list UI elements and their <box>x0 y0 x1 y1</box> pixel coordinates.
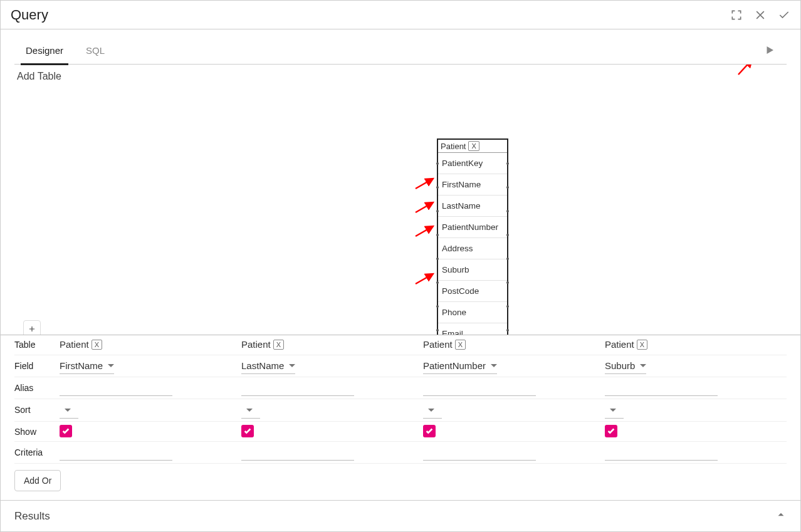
port-icon[interactable] <box>506 210 509 212</box>
criteria-input[interactable] <box>605 444 718 461</box>
query-dialog: Query Designer SQL Add Table <box>0 0 801 532</box>
field-dropdown[interactable]: PatientNumber <box>423 358 497 374</box>
port-icon[interactable] <box>506 162 509 165</box>
chevron-down-icon <box>491 360 497 371</box>
grid-row-field: Field FirstName LastName PatientNumber S… <box>14 355 787 377</box>
add-table-button[interactable]: Add Table <box>17 71 61 82</box>
chevron-down-icon <box>289 360 295 371</box>
add-or-button[interactable]: Add Or <box>14 470 61 491</box>
table-column[interactable]: Suburb <box>438 259 507 281</box>
zoom-in-icon[interactable] <box>24 321 40 335</box>
chevron-down-icon <box>108 360 114 371</box>
table-column[interactable]: PatientNumber <box>438 217 507 238</box>
table-column[interactable]: Phone <box>438 302 507 323</box>
table-pill: PatientX <box>60 339 102 350</box>
port-icon[interactable] <box>506 258 509 260</box>
field-dropdown[interactable]: Suburb <box>605 358 646 374</box>
designer-canvas[interactable]: Add Table Patient X PatientK <box>1 65 800 335</box>
criteria-input[interactable] <box>241 444 354 461</box>
show-checkbox[interactable] <box>241 425 254 437</box>
fullscreen-icon[interactable] <box>730 9 743 21</box>
port-icon[interactable] <box>506 281 509 284</box>
add-or-row: Add Or <box>14 470 787 491</box>
remove-column-button[interactable]: X <box>637 340 647 350</box>
grid-row-table: Table PatientX PatientX PatientX Patient… <box>14 335 787 355</box>
close-icon[interactable] <box>754 9 767 21</box>
svg-line-0 <box>738 65 752 75</box>
annotation-arrow-firstname <box>414 176 436 191</box>
grid-row-criteria: Criteria <box>14 442 787 464</box>
port-icon[interactable] <box>436 210 439 212</box>
port-icon[interactable] <box>506 186 509 189</box>
table-pill: PatientX <box>605 339 647 350</box>
chevron-up-icon[interactable] <box>775 509 787 523</box>
svg-line-4 <box>416 274 433 284</box>
port-icon[interactable] <box>436 305 439 308</box>
chevron-down-icon <box>610 405 616 415</box>
grid-label: Sort <box>14 401 60 419</box>
annotation-arrow-lastname <box>414 200 436 215</box>
port-icon[interactable] <box>506 305 509 308</box>
chevron-down-icon <box>65 405 71 415</box>
svg-line-2 <box>416 202 433 212</box>
port-icon[interactable] <box>436 258 439 260</box>
port-icon[interactable] <box>436 186 439 189</box>
field-dropdown[interactable]: LastName <box>241 358 295 374</box>
run-button[interactable] <box>764 44 775 58</box>
sort-dropdown[interactable] <box>241 402 260 419</box>
annotation-arrow-suburb <box>414 271 436 286</box>
criteria-input[interactable] <box>60 444 172 461</box>
field-dropdown[interactable]: FirstName <box>60 358 114 374</box>
sort-dropdown[interactable] <box>60 402 78 419</box>
grid-label: Criteria <box>14 444 60 461</box>
results-label: Results <box>14 510 50 523</box>
titlebar: Query <box>1 1 800 29</box>
port-icon[interactable] <box>436 281 439 284</box>
dialog-title: Query <box>11 7 730 23</box>
table-node-name: Patient <box>441 142 466 151</box>
table-column[interactable]: LastName <box>438 196 507 217</box>
show-checkbox[interactable] <box>605 425 617 437</box>
table-node-header: Patient X <box>438 140 507 153</box>
table-column[interactable]: Address <box>438 238 507 259</box>
alias-input[interactable] <box>241 380 354 396</box>
remove-column-button[interactable]: X <box>92 340 102 350</box>
grid-row-show: Show <box>14 422 787 442</box>
grid-label: Alias <box>14 379 60 397</box>
port-icon[interactable] <box>506 234 509 236</box>
remove-column-button[interactable]: X <box>455 340 466 350</box>
table-pill: PatientX <box>241 339 284 350</box>
table-column[interactable]: Email <box>438 323 507 335</box>
alias-input[interactable] <box>423 380 536 396</box>
table-pill: PatientX <box>423 339 466 350</box>
criteria-input[interactable] <box>423 444 536 461</box>
chevron-down-icon <box>428 405 434 415</box>
tab-designer[interactable]: Designer <box>14 36 75 65</box>
chevron-down-icon <box>640 360 646 371</box>
confirm-icon[interactable] <box>778 9 790 21</box>
annotation-arrow-run <box>737 65 756 76</box>
grid-label: Show <box>14 423 60 441</box>
alias-input[interactable] <box>60 380 172 396</box>
chevron-down-icon <box>246 405 253 415</box>
table-node-remove-button[interactable]: X <box>468 141 479 151</box>
sort-dropdown[interactable] <box>605 402 624 419</box>
results-bar[interactable]: Results <box>1 500 800 531</box>
table-column[interactable]: PostCode <box>438 281 507 302</box>
remove-column-button[interactable]: X <box>273 340 284 350</box>
port-icon[interactable] <box>436 234 439 236</box>
tab-sql[interactable]: SQL <box>75 36 116 65</box>
table-column[interactable]: PatientKey <box>438 153 507 174</box>
port-icon[interactable] <box>436 162 439 165</box>
canvas-tools <box>23 320 41 335</box>
show-checkbox[interactable] <box>60 425 72 437</box>
grid-label: Table <box>14 336 60 353</box>
port-icon[interactable] <box>436 329 439 331</box>
table-column[interactable]: FirstName <box>438 174 507 196</box>
show-checkbox[interactable] <box>423 425 436 437</box>
sort-dropdown[interactable] <box>423 402 442 419</box>
alias-input[interactable] <box>605 380 718 396</box>
tabbar: Designer SQL <box>1 29 800 65</box>
table-node-patient[interactable]: Patient X PatientKey FirstName LastName … <box>437 138 508 335</box>
port-icon[interactable] <box>506 329 509 331</box>
